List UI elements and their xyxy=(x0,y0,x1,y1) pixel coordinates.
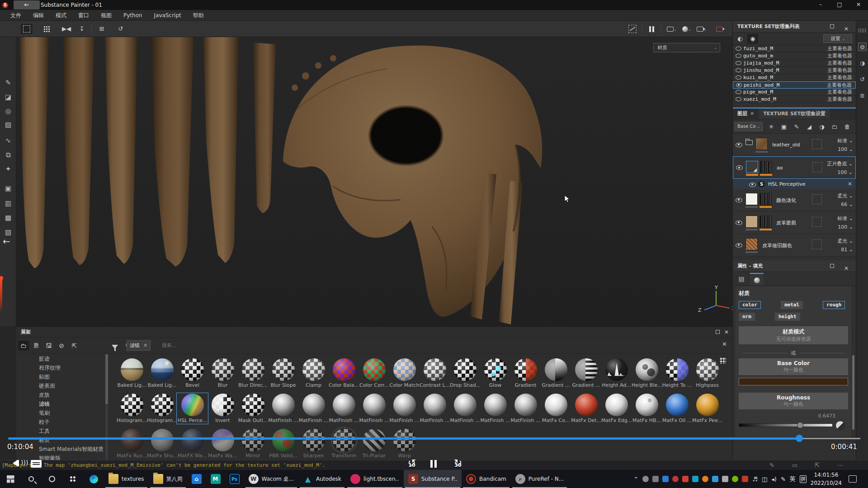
channel-chip-height[interactable]: height xyxy=(775,313,800,321)
tray-app-icon-0[interactable] xyxy=(642,476,649,482)
shelf-category[interactable]: 笔刷 xyxy=(16,408,109,418)
visibility-cycle-icon[interactable]: ◐ xyxy=(735,34,745,44)
shelf-item[interactable]: MatFinish ... xyxy=(359,394,389,423)
shelf-item[interactable]: Height To ... xyxy=(662,358,692,388)
shelf-item[interactable]: Color Bala... xyxy=(329,358,359,388)
taskbar-clock[interactable]: 14:01:562022/10/24 xyxy=(811,471,842,487)
menu-item-0[interactable]: 文件 xyxy=(5,10,27,21)
layer-visibility-icon[interactable] xyxy=(736,142,742,149)
taskbar-app-marmoset[interactable]: light.tbscen... xyxy=(346,470,404,488)
hide-ui-icon[interactable] xyxy=(627,24,638,34)
shelf-item[interactable]: HSL Perce... xyxy=(177,394,208,423)
roughness-slider[interactable] xyxy=(739,423,833,427)
layer-blend-mode[interactable]: 标准 ⌄ xyxy=(837,137,853,144)
viewport-3d[interactable]: 材质⌄ Y X Z xyxy=(16,37,732,326)
shelf-item[interactable]: Sharpen xyxy=(298,429,329,459)
dock-history-icon[interactable]: ↺ xyxy=(858,75,867,84)
ime-pinyin-icon[interactable]: 拼 xyxy=(800,475,807,483)
shelf-hide-icon[interactable]: ⊘ xyxy=(56,341,67,351)
minimize-button[interactable]: – xyxy=(811,0,830,10)
shelf-category[interactable]: 工具 xyxy=(16,427,109,436)
volume-icon[interactable]: ))) xyxy=(13,458,17,464)
shelf-item[interactable]: MatFx Edg... xyxy=(601,394,632,423)
dock-shader-icon[interactable]: ◑ xyxy=(858,59,867,67)
tray-app-icon-2[interactable] xyxy=(662,476,669,482)
remove-filter-icon[interactable]: ✕ xyxy=(143,343,147,348)
menu-item-6[interactable]: JavaScript xyxy=(148,10,187,21)
shelf-item[interactable]: Drop Shad... xyxy=(450,358,480,388)
shelf-category[interactable]: 皮肤 xyxy=(16,390,109,399)
layer-visibility-icon[interactable] xyxy=(736,243,742,249)
active-filter-tag[interactable]: 滤镜✕ xyxy=(127,340,151,351)
close-panel-icon[interactable]: ✕ xyxy=(724,327,729,338)
volume-slider[interactable] xyxy=(0,278,2,311)
tray-app-icon-3[interactable] xyxy=(672,476,679,482)
layer-thumbnail[interactable] xyxy=(755,138,768,150)
shelf-item[interactable]: MatFinish ... xyxy=(450,394,480,423)
shelf-item[interactable]: MatFx Wa... xyxy=(208,429,238,459)
shelf-item[interactable]: Height Ad... xyxy=(601,358,632,388)
taskbar-app-folder[interactable]: textures xyxy=(104,470,149,488)
capture-icon[interactable] xyxy=(713,24,725,34)
shelf-category[interactable]: 滤镜 xyxy=(16,399,109,408)
layer-row[interactable]: ◢ao正片叠底 ⌄100 ⌄ xyxy=(733,156,856,179)
fullscreen-icon[interactable]: ⇱ xyxy=(815,462,820,469)
snap-icon[interactable]: ↧ xyxy=(76,24,88,34)
viewport-display-dropdown[interactable]: ⌄ xyxy=(665,24,679,34)
cortana-icon[interactable] xyxy=(42,470,62,488)
menu-item-5[interactable]: Python xyxy=(118,10,148,21)
shelf-item[interactable]: Histogram... xyxy=(117,394,147,423)
tray-app-icon-8[interactable] xyxy=(722,476,728,482)
dock-log-icon[interactable]: ≣ xyxy=(858,91,867,100)
mask-drop-slot[interactable] xyxy=(812,139,822,149)
shelf-item[interactable]: Color Corr... xyxy=(359,358,389,388)
shelf-item[interactable]: Tri-Planar xyxy=(359,429,389,459)
shelf-item[interactable]: Gradient xyxy=(510,358,541,388)
layer-blend-mode[interactable]: 标准 ⌄ xyxy=(837,215,853,222)
shelf-item[interactable]: MatFinish ... xyxy=(329,394,359,423)
tool-smudge-icon[interactable]: ∿ xyxy=(2,135,14,146)
marquee-select-icon[interactable] xyxy=(21,24,33,34)
solo-eye-icon[interactable]: ◉ xyxy=(747,34,758,44)
layer-thumbnail[interactable] xyxy=(745,238,758,250)
add-view-icon[interactable]: ⊞ xyxy=(96,24,108,34)
tool-paint-icon[interactable]: ✎ xyxy=(2,77,14,89)
channel-chip-color[interactable]: color xyxy=(739,301,761,309)
shelf-item[interactable]: Mask Outl... xyxy=(238,394,268,423)
layer-visibility-icon[interactable] xyxy=(736,220,742,226)
layer-thumbnail[interactable] xyxy=(760,216,772,228)
shelf-item[interactable]: MatFinish ... xyxy=(510,394,541,423)
properties-scrollbar[interactable] xyxy=(852,355,854,430)
tool-selection-icon[interactable]: ▥ xyxy=(2,197,14,209)
taskbar-app-bandicam[interactable]: Bandicam xyxy=(462,470,511,488)
taskbar-app-autodesk[interactable]: ▲Autodesk xyxy=(298,470,346,488)
texture-set-visibility-icon[interactable] xyxy=(736,61,741,65)
shelf-item[interactable]: MatFinish ... xyxy=(298,394,329,423)
shelf-item[interactable]: Baked Lig... xyxy=(147,358,177,388)
texture-set-row[interactable]: jiajia_mod_M主要着色器 xyxy=(733,60,856,67)
symmetry-icon[interactable]: ▶◀ xyxy=(61,24,72,34)
texture-set-row[interactable]: fuzi_mod_M主要着色器 xyxy=(733,45,856,52)
menu-item-4[interactable]: 视图 xyxy=(95,10,118,21)
categories-scrollbar[interactable] xyxy=(105,354,108,467)
shelf-item[interactable]: MatFinish ... xyxy=(480,394,510,423)
texture-set-row[interactable]: pige_mod_M主要着色器 xyxy=(733,89,856,96)
tray-app-icon-1[interactable] xyxy=(652,476,659,482)
tray-app-icon-6[interactable] xyxy=(702,476,708,482)
shelf-item[interactable]: Contrast L... xyxy=(420,358,450,388)
shelf-item[interactable]: Gradient ... xyxy=(541,358,571,388)
texture-set-row[interactable]: xuezi_mod_M主要着色器 xyxy=(733,96,856,103)
task-view-icon[interactable] xyxy=(62,470,83,488)
video-pause-button[interactable] xyxy=(430,458,437,468)
taskbar-app-ps[interactable]: Ps xyxy=(225,470,244,488)
shelf-item[interactable]: Blur Slope xyxy=(268,358,298,388)
shelf-item[interactable]: Transform xyxy=(329,429,359,459)
tool-projection-icon[interactable]: ◎ xyxy=(2,105,14,117)
delete-layer-icon[interactable]: 🗑 xyxy=(842,122,852,131)
layer-thumbnail[interactable] xyxy=(760,161,772,173)
taskbar-app-wacom[interactable]: WWacom 桌... xyxy=(244,470,298,488)
close-button[interactable]: ✕ xyxy=(849,0,868,10)
shelf-item[interactable]: Warp xyxy=(389,429,420,459)
video-back-button[interactable]: ← xyxy=(14,0,40,9)
shelf-item[interactable]: Gradient ... xyxy=(571,358,601,388)
